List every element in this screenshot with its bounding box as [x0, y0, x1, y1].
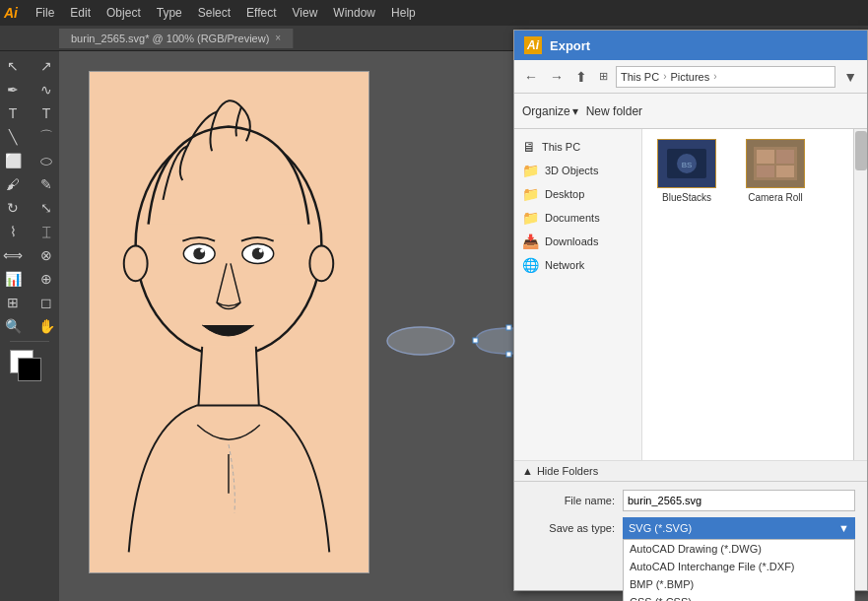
tool-separator: [10, 341, 49, 342]
slice-tools: ⊞ ◻: [0, 292, 62, 313]
close-tab-icon[interactable]: ×: [275, 33, 281, 43]
path-this-pc: This PC: [621, 71, 659, 83]
blend-tools: ⟺ ⊗: [0, 244, 62, 266]
file-item-bluestacks[interactable]: BS BlueStacks: [652, 139, 721, 203]
rotate-tool[interactable]: ↻: [0, 197, 29, 219]
hide-folders-label: Hide Folders: [537, 465, 598, 477]
sidebar-label-downloads: Downloads: [545, 235, 598, 247]
paintbrush-tool[interactable]: 🖌: [0, 173, 29, 195]
hide-folders-arrow: ▲: [522, 465, 533, 477]
organize-button[interactable]: Organize ▾: [522, 104, 578, 118]
pencil-tool[interactable]: ✎: [31, 173, 62, 195]
column-graph-tool[interactable]: 📊: [0, 268, 29, 290]
hide-folders-bar[interactable]: ▲ Hide Folders: [514, 460, 867, 481]
menu-edit[interactable]: Edit: [62, 4, 99, 22]
symbol-tool[interactable]: ⊕: [31, 268, 62, 290]
filename-row: File name:: [526, 490, 855, 511]
path-separator-2: ›: [713, 71, 716, 82]
stroke-color[interactable]: [18, 358, 41, 381]
sidebar-item-network[interactable]: 🌐 Network: [514, 253, 641, 277]
sidebar-item-desktop[interactable]: 📁 Desktop: [514, 182, 641, 206]
path-pictures: Pictures: [670, 71, 709, 83]
line-tools: ╲ ⌒: [0, 126, 62, 148]
filename-input[interactable]: [623, 490, 855, 511]
curvature-tool[interactable]: ∿: [31, 79, 62, 100]
ellipse-tool[interactable]: ⬭: [31, 150, 62, 171]
sidebar-label-network: Network: [545, 259, 584, 271]
path-dropdown-button[interactable]: ▼: [839, 67, 861, 87]
actions-bar: Organize ▾ New folder: [514, 94, 867, 129]
color-swatches[interactable]: [10, 350, 49, 385]
rectangle-tool[interactable]: ⬜: [0, 150, 29, 171]
eraser-tool[interactable]: ◻: [31, 292, 62, 313]
direct-select-tool[interactable]: ↗: [31, 55, 62, 77]
menu-window[interactable]: Window: [325, 4, 383, 22]
arc-tool[interactable]: ⌒: [31, 126, 62, 148]
menu-effect[interactable]: Effect: [238, 4, 284, 22]
menu-view[interactable]: View: [285, 4, 326, 22]
option-autocad-dxf[interactable]: AutoCAD Interchange File (*.DXF): [624, 558, 854, 575]
nav-forward-button[interactable]: →: [546, 67, 568, 87]
width-tool[interactable]: ⟺: [0, 244, 29, 266]
type-tool[interactable]: T: [0, 102, 29, 124]
camera-roll-label: Camera Roll: [748, 192, 803, 203]
svg-text:BS: BS: [682, 161, 693, 169]
option-autocad-dwg[interactable]: AutoCAD Drawing (*.DWG): [624, 540, 854, 558]
option-css[interactable]: CSS (*.CSS): [624, 593, 854, 601]
desktop-icon: 📁: [522, 186, 539, 202]
svg-rect-10: [473, 338, 478, 343]
sidebar-item-this-pc[interactable]: 🖥 This PC: [514, 135, 641, 159]
files-scrollbar[interactable]: [853, 129, 867, 460]
path-bar: This PC › Pictures ›: [616, 66, 835, 88]
sidebar-item-documents[interactable]: 📁 Documents: [514, 206, 641, 230]
sidebar-item-3d-objects[interactable]: 📁 3D Objects: [514, 159, 641, 182]
slice-tool[interactable]: ⊞: [0, 292, 29, 313]
svg-rect-12: [506, 325, 511, 330]
filename-label: File name:: [526, 495, 615, 506]
nav-back-button[interactable]: ←: [520, 67, 542, 87]
new-folder-button[interactable]: New folder: [586, 104, 642, 118]
svg-rect-13: [506, 352, 511, 357]
filetype-dropdown[interactable]: SVG (*.SVG) ▼: [623, 517, 855, 539]
type-tools: T T: [0, 102, 62, 124]
nav-up-button[interactable]: ⬆: [571, 67, 591, 87]
menu-help[interactable]: Help: [383, 4, 424, 22]
dialog-nav-bar: ← → ⬆ ⊞ This PC › Pictures › ▼: [514, 60, 867, 94]
network-icon: 🌐: [522, 257, 539, 273]
3d-objects-icon: 📁: [522, 163, 539, 178]
sidebar-panel: 🖥 This PC 📁 3D Objects 📁 Desktop 📁 Docum…: [514, 129, 642, 460]
option-bmp[interactable]: BMP (*.BMP): [624, 575, 854, 593]
zoom-tool[interactable]: 🔍: [0, 315, 29, 337]
blend-tool[interactable]: ⊗: [31, 244, 62, 266]
filetype-row: Save as type: SVG (*.SVG) ▼ AutoCAD Draw…: [526, 517, 855, 539]
svg-point-3: [200, 249, 204, 253]
reshape-tool[interactable]: ⌶: [31, 221, 62, 242]
scale-tool[interactable]: ⤡: [31, 197, 62, 219]
line-tool[interactable]: ╲: [0, 126, 29, 148]
bluestacks-thumbnail: BS: [657, 139, 716, 188]
hand-tool[interactable]: ✋: [31, 315, 62, 337]
menu-type[interactable]: Type: [149, 4, 190, 22]
pen-tool[interactable]: ✒: [0, 79, 29, 100]
select-tool[interactable]: ↖: [0, 55, 29, 77]
rect-tools: ⬜ ⬭: [0, 150, 62, 171]
menu-file[interactable]: File: [28, 4, 62, 22]
select-tools: ↖ ↗: [0, 55, 62, 77]
paint-tools: 🖌 ✎: [0, 173, 62, 195]
menu-select[interactable]: Select: [190, 4, 238, 22]
face-illustration: [90, 72, 368, 572]
form-area: File name: Save as type: SVG (*.SVG) ▼ A…: [514, 481, 867, 553]
nav-folder-view-button[interactable]: ⊞: [595, 68, 612, 85]
dialog-title: Export: [550, 38, 590, 53]
document-tab[interactable]: burin_2565.svg* @ 100% (RGB/Preview) ×: [59, 29, 294, 48]
path-separator-1: ›: [663, 71, 666, 82]
filetype-dropdown-wrapper: SVG (*.SVG) ▼ AutoCAD Drawing (*.DWG) Au…: [623, 517, 855, 539]
svg-rect-20: [757, 150, 774, 164]
left-glass[interactable]: [384, 324, 458, 358]
menu-object[interactable]: Object: [99, 4, 149, 22]
touch-type-tool[interactable]: T: [31, 102, 62, 124]
file-item-camera-roll[interactable]: Camera Roll: [741, 139, 810, 203]
sidebar-item-downloads[interactable]: 📥 Downloads: [514, 230, 641, 253]
svg-rect-22: [757, 166, 774, 177]
warp-tool[interactable]: ⌇: [0, 221, 29, 242]
